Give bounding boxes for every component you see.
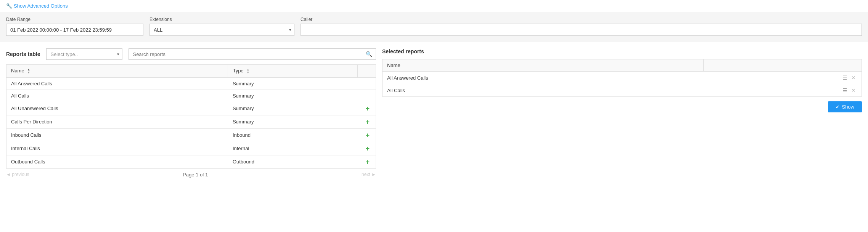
show-btn-label: Show: [842, 104, 854, 110]
reorder-button-0[interactable]: ☰: [841, 75, 849, 81]
selected-reports-section: Selected reports Name All Answered Calls…: [382, 48, 862, 181]
selected-col-name: Name: [383, 59, 704, 72]
extensions-group: Extensions ALL ▾: [149, 17, 294, 36]
selected-col-actions: [704, 59, 862, 72]
search-wrapper: 🔍: [129, 48, 376, 60]
row-name-1: All Calls: [6, 90, 228, 102]
reports-table-header: Reports table Select type.. Summary Inbo…: [6, 48, 376, 60]
add-button-5[interactable]: +: [364, 145, 371, 152]
search-input[interactable]: [129, 48, 376, 60]
row-type-4: Inbound: [228, 128, 357, 142]
row-action-4: +: [357, 128, 376, 142]
show-btn-row: ✔ Show: [382, 97, 862, 112]
row-type-0: Summary: [228, 77, 357, 90]
filters-section: Date Range Extensions ALL ▾ Caller: [0, 12, 868, 42]
row-type-1: Summary: [228, 90, 357, 102]
row-name-6: Outbound Calls: [6, 155, 228, 168]
row-name-2: All Unanswered Calls: [6, 102, 228, 115]
wrench-icon: 🔧: [6, 3, 12, 9]
type-select[interactable]: Select type.. Summary Inbound Internal O…: [46, 48, 122, 60]
table-row: All Answered Calls Summary: [6, 77, 376, 90]
pagination-info: Page 1 of 1: [183, 172, 208, 178]
reports-table-section: Reports table Select type.. Summary Inbo…: [6, 48, 376, 181]
row-type-2: Summary: [228, 102, 357, 115]
row-type-6: Outbound: [228, 155, 357, 168]
main-content: Reports table Select type.. Summary Inbo…: [0, 42, 868, 187]
reorder-button-1[interactable]: ☰: [841, 87, 849, 93]
type-sort-icons[interactable]: ▲ ▼: [246, 68, 249, 74]
row-name-3: Calls Per Direction: [6, 115, 228, 128]
caller-label: Caller: [301, 17, 862, 22]
selected-row: All Answered Calls ☰ ✕: [383, 72, 862, 84]
table-row: Calls Per Direction Summary +: [6, 115, 376, 128]
add-button-4[interactable]: +: [364, 132, 371, 139]
table-header-row: Name ▲ ▼ Type ▲ ▼: [6, 65, 376, 78]
row-name-0: All Answered Calls: [6, 77, 228, 90]
add-button-2[interactable]: +: [364, 105, 371, 112]
col-header-type: Type ▲ ▼: [228, 65, 357, 78]
date-range-input[interactable]: [6, 24, 143, 36]
caller-group: Caller: [301, 17, 862, 36]
row-type-5: Internal: [228, 142, 357, 155]
selected-reports-title: Selected reports: [382, 48, 424, 54]
reports-data-table: Name ▲ ▼ Type ▲ ▼: [6, 64, 376, 169]
check-icon: ✔: [836, 104, 839, 110]
row-action-3: +: [357, 115, 376, 128]
table-row: All Unanswered Calls Summary +: [6, 102, 376, 115]
show-advanced-button[interactable]: 🔧 Show Advanced Options: [6, 3, 68, 9]
table-row: Inbound Calls Inbound +: [6, 128, 376, 142]
table-row: All Calls Summary: [6, 90, 376, 102]
top-bar: 🔧 Show Advanced Options: [0, 0, 868, 12]
selected-row-name-0: All Answered Calls: [383, 72, 704, 84]
type-sort-desc: ▼: [246, 71, 249, 74]
selected-header-row: Name: [383, 59, 862, 72]
extensions-select-wrapper: ALL ▾: [149, 24, 294, 36]
row-name-4: Inbound Calls: [6, 128, 228, 142]
remove-button-0[interactable]: ✕: [850, 75, 857, 81]
selected-row-actions-0: ☰ ✕: [704, 72, 862, 84]
add-button-3[interactable]: +: [364, 118, 371, 125]
show-button[interactable]: ✔ Show: [828, 101, 862, 112]
pagination-next[interactable]: next ►: [362, 172, 376, 177]
table-row: Outbound Calls Outbound +: [6, 155, 376, 168]
pagination: ◄ previous Page 1 of 1 next ►: [6, 169, 376, 181]
selected-row-actions-1: ☰ ✕: [704, 84, 862, 97]
name-sort-desc: ▼: [27, 71, 30, 74]
row-action-0: [357, 77, 376, 90]
row-action-6: +: [357, 155, 376, 168]
show-advanced-label: Show Advanced Options: [14, 3, 68, 9]
name-sort-icons[interactable]: ▲ ▼: [27, 68, 30, 74]
row-action-5: +: [357, 142, 376, 155]
type-select-wrapper: Select type.. Summary Inbound Internal O…: [46, 48, 122, 60]
selected-row-name-1: All Calls: [383, 84, 704, 97]
add-button-6[interactable]: +: [364, 158, 371, 165]
extensions-select[interactable]: ALL: [149, 24, 294, 36]
selected-row: All Calls ☰ ✕: [383, 84, 862, 97]
selected-reports-table: Name All Answered Calls ☰ ✕ All Calls ☰ …: [382, 59, 862, 97]
remove-button-1[interactable]: ✕: [850, 87, 857, 93]
col-header-action: [357, 65, 376, 78]
row-type-3: Summary: [228, 115, 357, 128]
row-action-2: +: [357, 102, 376, 115]
date-range-group: Date Range: [6, 17, 143, 36]
caller-input[interactable]: [301, 24, 862, 36]
row-name-5: Internal Calls: [6, 142, 228, 155]
col-header-name: Name ▲ ▼: [6, 65, 228, 78]
table-row: Internal Calls Internal +: [6, 142, 376, 155]
reports-table-title: Reports table: [6, 51, 40, 57]
date-range-label: Date Range: [6, 17, 143, 22]
row-action-1: [357, 90, 376, 102]
filters-row: Date Range Extensions ALL ▾ Caller: [6, 17, 862, 36]
extensions-label: Extensions: [149, 17, 294, 22]
pagination-prev[interactable]: ◄ previous: [6, 172, 29, 177]
